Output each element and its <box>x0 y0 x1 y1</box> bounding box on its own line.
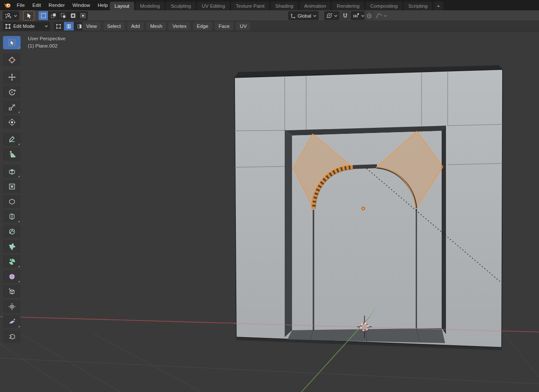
tool-bevel[interactable] <box>3 195 21 208</box>
orientation-label: Global <box>298 13 311 18</box>
tool-options-corner <box>18 143 20 145</box>
menu-edit[interactable]: Edit <box>29 0 45 10</box>
tool-shear[interactable] <box>3 315 21 328</box>
editor-type-dropdown[interactable] <box>3 11 19 20</box>
tab-uv-editing[interactable]: UV Editing <box>197 2 230 10</box>
viewport-scene <box>0 31 539 392</box>
tab-scripting[interactable]: Scripting <box>403 2 432 10</box>
vertex-select-button[interactable] <box>54 22 64 30</box>
active-object-label: (1) Plane.002 <box>28 42 66 50</box>
tool-rip-region[interactable] <box>3 330 21 343</box>
object-origin-dot <box>361 207 364 210</box>
tool-loop-cut[interactable] <box>3 210 21 223</box>
toolbar <box>3 36 21 345</box>
pivot-point-dropdown[interactable] <box>324 11 340 20</box>
tool-move[interactable] <box>3 70 21 84</box>
chevron-down-icon <box>334 15 337 17</box>
tool-extrude-region[interactable] <box>3 165 21 178</box>
tab-layout[interactable]: Layout <box>110 2 134 10</box>
menu-add[interactable]: Add <box>127 22 144 30</box>
mesh-select-mode-group <box>54 22 84 30</box>
tool-options-corner <box>18 47 20 48</box>
tab-sculpting[interactable]: Sculpting <box>166 2 196 10</box>
tool-transform[interactable] <box>3 115 21 129</box>
workspace-tabs: Layout Modeling Sculpting UV Editing Tex… <box>110 0 443 10</box>
tool-options-corner <box>18 265 20 267</box>
tool-options-corner <box>18 280 20 282</box>
proportional-editing-button[interactable] <box>364 11 374 20</box>
snap-toggle-button[interactable] <box>340 11 350 20</box>
tab-animation[interactable]: Animation <box>299 2 331 10</box>
tool-inset-faces[interactable] <box>3 180 21 193</box>
tool-shrink-fatten[interactable] <box>3 300 21 313</box>
blender-logo-icon[interactable] <box>2 0 13 10</box>
menu-view[interactable]: View <box>82 22 101 30</box>
tool-poly-build[interactable] <box>3 240 21 253</box>
edit-mode-icon <box>5 24 11 29</box>
select-mode-intersect[interactable] <box>78 11 88 20</box>
menu-uv[interactable]: UV <box>236 22 250 30</box>
transform-orientation-dropdown[interactable]: Global <box>288 11 319 20</box>
tool-options-corner <box>18 220 20 222</box>
tool-options-corner <box>18 175 20 177</box>
chevron-down-icon <box>384 15 387 17</box>
select-mode-group <box>39 11 88 20</box>
proportional-editing-icon <box>366 13 372 19</box>
chevron-down-icon <box>313 15 316 17</box>
select-mode-set[interactable] <box>39 11 48 20</box>
tool-smooth[interactable] <box>3 270 21 283</box>
viewport-header: Edit Mode View Select Add Mesh Vertex Ed… <box>0 21 539 31</box>
menu-face[interactable]: Face <box>215 22 234 30</box>
select-cursor-icon <box>26 13 32 19</box>
menu-window[interactable]: Window <box>69 0 94 10</box>
falloff-curve-icon <box>376 13 382 18</box>
active-tool-indicator[interactable] <box>23 11 34 21</box>
select-mode-subtract[interactable] <box>58 11 68 20</box>
tab-compositing[interactable]: Compositing <box>365 2 402 10</box>
viewport-info-overlay: User Perspective (1) Plane.002 <box>28 35 66 50</box>
blender-window: { "app": {"name": "Blender"}, "topbar": … <box>0 0 539 392</box>
chevron-down-icon <box>361 15 364 17</box>
tab-shading[interactable]: Shading <box>271 2 298 10</box>
tool-options-corner <box>18 326 20 327</box>
menu-render[interactable]: Render <box>45 0 69 10</box>
select-mode-invert[interactable] <box>68 11 78 20</box>
viewport-editor-icon <box>5 13 12 19</box>
tool-spin[interactable] <box>3 255 21 268</box>
tool-knife[interactable] <box>3 225 21 238</box>
chevron-down-icon <box>45 25 48 27</box>
snap-increment-icon <box>353 13 359 18</box>
tool-measure[interactable] <box>3 148 21 161</box>
add-workspace-button[interactable]: + <box>434 2 443 10</box>
tab-rendering[interactable]: Rendering <box>332 2 364 10</box>
mode-dropdown[interactable]: Edit Mode <box>3 22 50 30</box>
menu-select[interactable]: Select <box>103 22 125 30</box>
menu-mesh[interactable]: Mesh <box>146 22 166 30</box>
tool-cursor[interactable] <box>3 53 21 66</box>
3d-viewport[interactable]: User Perspective (1) Plane.002 <box>0 31 539 392</box>
wall-mesh[interactable] <box>235 65 503 350</box>
tool-select-box[interactable] <box>3 36 21 49</box>
tool-randomize[interactable] <box>3 285 21 298</box>
edge-select-button[interactable] <box>64 22 74 30</box>
chevron-down-icon <box>14 15 17 17</box>
select-mode-extend[interactable] <box>48 11 58 20</box>
tab-modeling[interactable]: Modeling <box>136 2 165 10</box>
proportional-falloff-dropdown[interactable] <box>374 11 389 20</box>
mode-label: Edit Mode <box>13 24 35 29</box>
menu-vertex[interactable]: Vertex <box>169 22 190 30</box>
menu-file[interactable]: File <box>13 0 29 10</box>
tab-texture-paint[interactable]: Texture Paint <box>231 2 269 10</box>
tool-options-corner <box>18 111 20 113</box>
view-perspective-label: User Perspective <box>28 35 66 42</box>
orientation-axes-icon <box>290 13 296 18</box>
menu-edge[interactable]: Edge <box>193 22 212 30</box>
tool-annotate[interactable] <box>3 133 21 146</box>
tool-scale[interactable] <box>3 100 21 114</box>
pivot-point-icon <box>326 13 332 18</box>
menu-help[interactable]: Help <box>94 0 112 10</box>
topbar: File Edit Render Window Help Layout Mode… <box>0 0 539 10</box>
tool-settings-bar: Global <box>0 10 539 21</box>
magnet-icon <box>342 13 348 19</box>
tool-rotate[interactable] <box>3 85 21 99</box>
